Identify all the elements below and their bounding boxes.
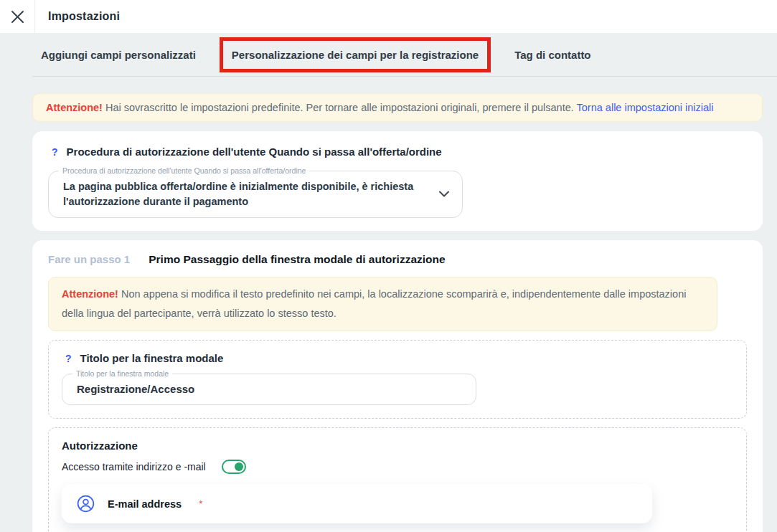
email-field-row[interactable]: E-mail address* bbox=[62, 484, 652, 523]
help-icon[interactable]: ? bbox=[65, 353, 72, 364]
topbar-divider bbox=[34, 0, 35, 33]
auth-procedure-select[interactable]: Procedura di autorizzazione dell'utente … bbox=[48, 171, 463, 218]
warning-text: Hai sovrascritto le impostazioni predefi… bbox=[103, 102, 577, 113]
step-label: Fare un passo 1 bbox=[48, 253, 130, 265]
close-icon bbox=[10, 9, 25, 24]
modal-title-value: Registrazione/Accesso bbox=[77, 383, 461, 395]
required-asterisk: * bbox=[199, 498, 202, 509]
email-field-label: E-mail address bbox=[108, 498, 182, 510]
chevron-down-icon bbox=[438, 191, 450, 198]
warning-attention-label: Attenzione! bbox=[46, 102, 103, 113]
warning-text: Non appena si modifica il testo predefin… bbox=[62, 288, 686, 319]
close-button[interactable] bbox=[0, 0, 34, 33]
modal-title-input[interactable]: Titolo per la finestra modale Registrazi… bbox=[62, 374, 476, 405]
user-circle-icon bbox=[77, 495, 95, 513]
email-login-toggle[interactable] bbox=[222, 460, 246, 474]
authorization-section: Autorizzazione Accesso tramite indirizzo… bbox=[48, 427, 747, 532]
input-floating-label: Titolo per la finestra modale bbox=[72, 369, 172, 378]
tab-aggiungi-campi[interactable]: Aggiungi campi personalizzati bbox=[41, 49, 196, 61]
tab-tag-contatto[interactable]: Tag di contatto bbox=[514, 49, 590, 61]
toggle-knob bbox=[235, 462, 243, 471]
annotation-highlight-box: Personalizzazione dei campi per la regis… bbox=[220, 37, 491, 72]
step-1-card: Fare un passo 1 Primo Passaggio della fi… bbox=[32, 240, 763, 532]
top-bar: Impostazioni bbox=[0, 0, 777, 33]
settings-content: Attenzione! Hai sovrascritto le impostaz… bbox=[32, 93, 763, 532]
authorization-heading: Autorizzazione bbox=[62, 440, 733, 452]
localization-warning-banner: Attenzione! Non appena si modifica il te… bbox=[48, 277, 717, 331]
reset-settings-link[interactable]: Torna alle impostazioni iniziali bbox=[577, 102, 714, 113]
page-title: Impostazioni bbox=[48, 10, 120, 23]
select-floating-label: Procedura di autorizzazione dell'utente … bbox=[59, 166, 309, 175]
warning-attention-label: Attenzione! bbox=[62, 288, 118, 300]
step-title: Primo Passaggio della finestra modale di… bbox=[149, 253, 445, 266]
override-warning-banner: Attenzione! Hai sovrascritto le impostaz… bbox=[32, 93, 763, 122]
auth-procedure-heading: Procedura di autorizzazione dell'utente … bbox=[67, 146, 442, 158]
tab-personalizzazione-campi[interactable]: Personalizzazione dei campi per la regis… bbox=[232, 49, 479, 61]
auth-procedure-card: ? Procedura di autorizzazione dell'utent… bbox=[32, 131, 763, 231]
help-icon[interactable]: ? bbox=[52, 146, 58, 158]
modal-title-heading: Titolo per la finestra modale bbox=[80, 352, 224, 364]
tab-bar: Aggiungi campi personalizzati Personaliz… bbox=[0, 33, 777, 77]
email-login-toggle-label: Accesso tramite indirizzo e -mail bbox=[62, 461, 206, 472]
select-selected-value: La pagina pubblica offerta/ordine è iniz… bbox=[63, 179, 425, 209]
modal-title-section: ? Titolo per la finestra modale Titolo p… bbox=[48, 340, 747, 419]
